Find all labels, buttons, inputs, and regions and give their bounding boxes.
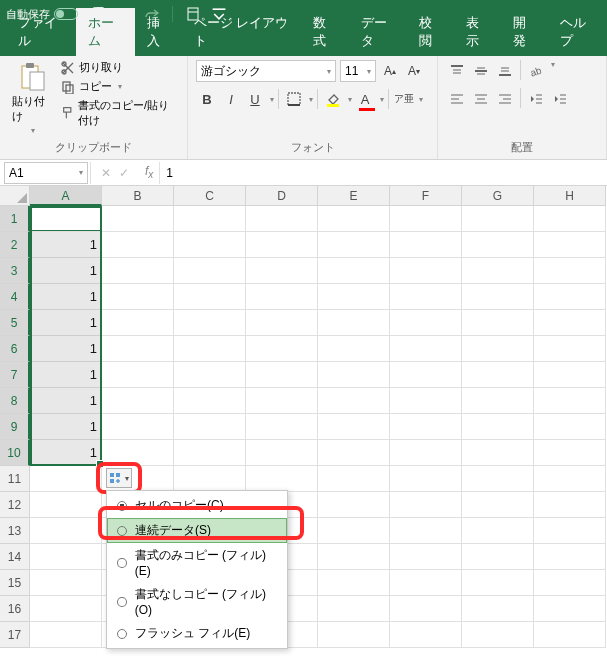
cell-B3[interactable] [102,258,174,284]
row-header-7[interactable]: 7 [0,362,30,388]
row-header-6[interactable]: 6 [0,336,30,362]
row-header-9[interactable]: 9 [0,414,30,440]
cell-D11[interactable] [246,466,318,492]
column-header-H[interactable]: H [534,186,606,206]
cell-D8[interactable] [246,388,318,414]
cell-B5[interactable] [102,310,174,336]
column-header-A[interactable]: A [30,186,102,206]
tab-pagelayout[interactable]: ページ レイアウト [182,8,302,56]
cell-H16[interactable] [534,596,606,622]
cut-button[interactable]: 切り取り [61,60,179,75]
cell-G9[interactable] [462,414,534,440]
cell-H4[interactable] [534,284,606,310]
cell-C3[interactable] [174,258,246,284]
cell-D3[interactable] [246,258,318,284]
underline-button[interactable]: U [244,88,266,110]
cell-G6[interactable] [462,336,534,362]
orientation-button[interactable]: ab [525,60,547,82]
cell-E1[interactable] [318,206,390,232]
autofill-options-button[interactable]: ▾ [106,468,132,488]
autofill-menu-nofmt[interactable]: 書式なしコピー (フィル)(O) [107,582,287,621]
align-top-button[interactable] [446,60,468,82]
grow-font-button[interactable]: A▴ [380,60,400,82]
cell-G5[interactable] [462,310,534,336]
cell-F3[interactable] [390,258,462,284]
cell-G3[interactable] [462,258,534,284]
copy-button[interactable]: コピー▾ [61,79,179,94]
cell-G7[interactable] [462,362,534,388]
cell-H1[interactable] [534,206,606,232]
cell-B7[interactable] [102,362,174,388]
cell-E12[interactable] [318,492,390,518]
row-header-11[interactable]: 11 [0,466,30,492]
border-button[interactable] [283,88,305,110]
row-header-12[interactable]: 12 [0,492,30,518]
font-color-button[interactable]: A [354,88,376,110]
cell-G8[interactable] [462,388,534,414]
cell-E15[interactable] [318,570,390,596]
tab-view[interactable]: 表示 [454,8,501,56]
align-bottom-button[interactable] [494,60,516,82]
cell-D5[interactable] [246,310,318,336]
tab-formulas[interactable]: 数式 [301,8,348,56]
select-all-corner[interactable] [0,186,30,206]
cell-F2[interactable] [390,232,462,258]
cell-H9[interactable] [534,414,606,440]
cell-B8[interactable] [102,388,174,414]
cell-H11[interactable] [534,466,606,492]
cell-F7[interactable] [390,362,462,388]
cell-F4[interactable] [390,284,462,310]
cell-H13[interactable] [534,518,606,544]
cell-G2[interactable] [462,232,534,258]
cell-C6[interactable] [174,336,246,362]
cell-G14[interactable] [462,544,534,570]
cell-F10[interactable] [390,440,462,466]
cell-B9[interactable] [102,414,174,440]
cell-E10[interactable] [318,440,390,466]
tab-insert[interactable]: 挿入 [135,8,182,56]
cell-B6[interactable] [102,336,174,362]
cell-A16[interactable] [30,596,102,622]
shrink-font-button[interactable]: A▾ [404,60,424,82]
cell-F9[interactable] [390,414,462,440]
cell-C9[interactable] [174,414,246,440]
cell-C2[interactable] [174,232,246,258]
cell-H5[interactable] [534,310,606,336]
cell-B2[interactable] [102,232,174,258]
cell-D6[interactable] [246,336,318,362]
cell-G11[interactable] [462,466,534,492]
bold-button[interactable]: B [196,88,218,110]
column-header-B[interactable]: B [102,186,174,206]
cell-G12[interactable] [462,492,534,518]
cancel-formula-icon[interactable]: ✕ [101,166,111,180]
align-middle-button[interactable] [470,60,492,82]
row-header-8[interactable]: 8 [0,388,30,414]
cell-F13[interactable] [390,518,462,544]
row-header-16[interactable]: 16 [0,596,30,622]
column-header-E[interactable]: E [318,186,390,206]
row-header-2[interactable]: 2 [0,232,30,258]
cell-D4[interactable] [246,284,318,310]
cell-A14[interactable] [30,544,102,570]
cell-E7[interactable] [318,362,390,388]
align-right-button[interactable] [494,88,516,110]
cell-D1[interactable] [246,206,318,232]
tab-review[interactable]: 校閲 [407,8,454,56]
autofill-menu-series[interactable]: 連続データ(S) [107,518,287,543]
tab-help[interactable]: ヘルプ [548,8,607,56]
cell-E11[interactable] [318,466,390,492]
cell-C5[interactable] [174,310,246,336]
name-box[interactable]: A1▾ [4,162,88,184]
column-header-G[interactable]: G [462,186,534,206]
cell-B4[interactable] [102,284,174,310]
cell-H7[interactable] [534,362,606,388]
cell-E3[interactable] [318,258,390,284]
row-header-13[interactable]: 13 [0,518,30,544]
cell-A11[interactable] [30,466,102,492]
format-painter-button[interactable]: 書式のコピー/貼り付け [61,98,179,128]
cell-G10[interactable] [462,440,534,466]
align-left-button[interactable] [446,88,468,110]
cell-E13[interactable] [318,518,390,544]
cell-G15[interactable] [462,570,534,596]
cell-F17[interactable] [390,622,462,648]
